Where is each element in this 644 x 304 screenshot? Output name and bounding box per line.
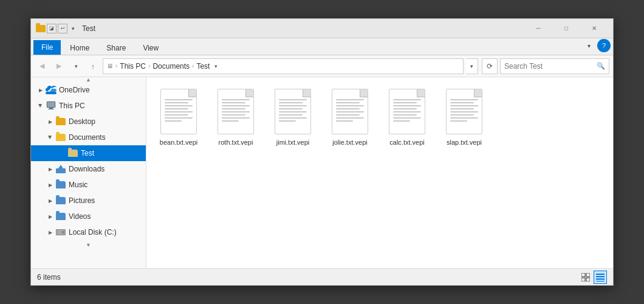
file-icon-jimi [272,87,314,136]
sidebar-item-pictures[interactable]: ▶ Pictures [31,193,146,209]
up-button[interactable]: ↑ [86,59,100,74]
ribbon-tabs: File Home Share View ▾ ? [31,38,613,55]
svg-rect-2 [47,102,55,107]
sidebar-item-thispc[interactable]: ▶ This PC [31,98,146,114]
quick-access-icon[interactable]: ◪ [47,24,57,33]
file-item-0[interactable]: bean.txt.vepi [151,82,206,149]
path-dropdown-icon: ▾ [214,63,218,69]
sidebar-item-onedrive[interactable]: ▶ OneDrive [31,82,146,98]
file-name-jimi: jimi.txt.vepi [276,138,309,147]
title-bar-icons: ◪ ↩ ▾ [36,24,77,33]
forward-button[interactable]: ▶ [52,59,66,74]
tab-share[interactable]: Share [98,41,134,55]
quick-access-icon2[interactable]: ↩ [58,24,67,33]
svg-rect-14 [586,278,590,282]
file-icon-bean [157,87,200,136]
file-icon-jolie [329,87,371,136]
file-item-2[interactable]: jimi.txt.vepi [265,82,320,149]
downloads-icon [55,164,66,174]
file-name-roth: roth.txt.vepi [219,138,253,147]
sidebar-label-videos: Videos [69,212,91,221]
file-area: bean.txt.vepi [146,77,613,268]
sidebar-item-test[interactable]: Test [31,145,146,161]
svg-rect-4 [48,109,54,109]
tab-home[interactable]: Home [62,41,97,55]
path-part-thispc[interactable]: This PC [120,62,146,71]
recent-locations-button[interactable]: ▾ [69,59,83,74]
file-item-4[interactable]: calc.txt.vepi [380,82,434,149]
sidebar-item-desktop[interactable]: ▶ Desktop [31,114,146,130]
svg-rect-11 [581,273,585,277]
file-explorer-window: ◪ ↩ ▾ Test ─ □ ✕ File Home Share View ▾ … [30,18,614,286]
file-item-3[interactable]: jolie.txt.vepi [323,82,377,149]
ribbon-expand-area: ▾ ? [583,39,611,55]
file-icon-slap [443,87,485,136]
music-icon [55,180,66,190]
main-content: ▲ ▶ OneDrive ▶ [31,77,613,268]
grid-view-button[interactable] [579,271,592,284]
search-box[interactable]: 🔍 [500,58,609,74]
svg-rect-12 [586,273,590,277]
tab-file[interactable]: File [33,40,61,55]
help-button[interactable]: ? [597,39,611,52]
minimize-button[interactable]: ─ [524,19,552,38]
sidebar-label-test: Test [81,149,94,157]
svg-rect-0 [46,92,57,94]
list-view-button[interactable] [594,271,607,284]
sidebar-item-videos[interactable]: ▶ Videos [31,209,146,224]
documents-icon [55,133,66,142]
address-path[interactable]: 🖥 › This PC › Documents › Test ▾ [103,58,464,74]
sidebar-item-downloads[interactable]: ▶ Downloads [31,161,146,177]
svg-rect-17 [596,278,605,280]
address-dropdown-button[interactable]: ▾ [466,58,478,74]
dropdown-arrow-icon[interactable]: ▾ [69,24,77,33]
file-item-5[interactable]: slap.txt.vepi [437,82,492,149]
grid-view-icon [581,273,590,282]
doc-icon-bean [160,89,197,134]
close-button[interactable]: ✕ [580,19,608,38]
sidebar-label-onedrive: OneDrive [59,86,90,94]
sidebar-label-documents: Documents [69,133,106,142]
sidebar-label-downloads: Downloads [69,165,104,173]
sidebar-label-pictures: Pictures [69,196,95,205]
search-input[interactable] [504,62,597,71]
svg-point-10 [63,232,64,233]
maximize-button[interactable]: □ [552,19,580,38]
status-bar: 6 items [31,268,613,285]
refresh-button[interactable]: ⟳ [482,58,498,74]
file-item-1[interactable]: roth.txt.vepi [208,82,263,149]
title-bar: ◪ ↩ ▾ Test ─ □ ✕ [31,19,613,38]
items-count: 6 items [37,273,579,282]
path-part-test[interactable]: Test [196,62,210,71]
file-icon-calc [386,87,428,136]
svg-rect-18 [596,281,605,282]
expand-arrow-downloads: ▶ [46,164,55,174]
path-part-documents[interactable]: Documents [152,62,190,71]
computer-icon-small: 🖥 [107,63,113,69]
file-name-slap: slap.txt.vepi [447,138,482,147]
svg-rect-3 [49,108,53,109]
file-name-jolie: jolie.txt.vepi [332,138,367,147]
expand-arrow-music: ▶ [46,180,55,190]
test-folder-icon [67,148,78,158]
desktop-icon [55,117,66,126]
svg-rect-15 [596,274,605,275]
sidebar-item-music[interactable]: ▶ Music [31,177,146,193]
window-title: Test [82,24,524,33]
sidebar-label-desktop: Desktop [69,117,95,126]
sidebar-item-documents[interactable]: ▶ Documents [31,130,146,145]
back-button[interactable]: ◀ [35,59,49,74]
view-buttons [579,271,607,284]
tab-view[interactable]: View [135,41,166,55]
sidebar-item-localdisk[interactable]: ▶ Local Disk (C:) [31,224,146,240]
folder-icon-small [36,24,46,33]
list-view-icon [596,273,605,282]
expand-arrow-localdisk: ▶ [46,227,55,237]
scroll-down-indicator: ▼ [31,243,146,247]
sidebar: ▲ ▶ OneDrive ▶ [31,77,146,268]
ribbon-expand-button[interactable]: ▾ [583,40,595,52]
scroll-up-indicator: ▲ [31,77,146,82]
sidebar-label-localdisk: Local Disk (C:) [69,228,117,237]
videos-icon [55,212,66,221]
search-icon[interactable]: 🔍 [597,62,605,70]
